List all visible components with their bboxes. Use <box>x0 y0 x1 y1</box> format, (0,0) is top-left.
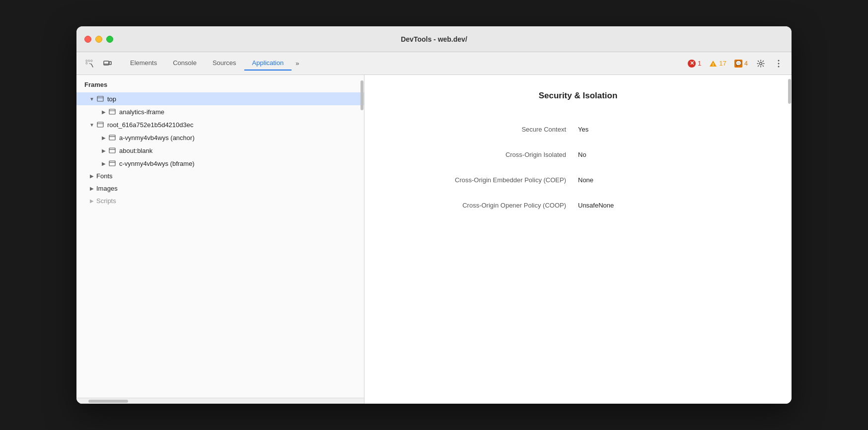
tree-label-top: top <box>107 95 116 103</box>
tab-application[interactable]: Application <box>244 56 292 71</box>
expand-icon-analytics: ▶ <box>100 108 107 115</box>
main-content: Frames ▼ top ▶ <box>76 75 792 404</box>
content-scrollbar-track[interactable] <box>788 75 792 404</box>
tree-label-images: Images <box>96 185 118 192</box>
tree-label-root: root_616a752e1b5d4210d3ec <box>107 121 194 129</box>
sidebar: Frames ▼ top ▶ <box>76 75 364 404</box>
tab-list: Elements Console Sources Application » <box>122 56 684 71</box>
label-cross-origin-isolated: Cross-Origin Isolated <box>384 142 578 167</box>
expand-icon-top: ▼ <box>88 95 95 102</box>
tree-item-about-blank[interactable]: ▶ about:blank <box>76 144 364 157</box>
device-toolbar-button[interactable] <box>100 57 114 71</box>
tab-sources[interactable]: Sources <box>205 56 244 71</box>
tree-label-c-vynmy: c-vynmy4vb4wys (bframe) <box>119 160 195 167</box>
expand-icon-a-vynmy: ▶ <box>100 134 107 141</box>
expand-icon-fonts: ▶ <box>88 173 95 180</box>
frame-icon-c-vynmy <box>108 159 116 167</box>
value-secure-context: Yes <box>578 117 772 142</box>
value-cross-origin-isolated: No <box>578 142 772 167</box>
svg-rect-1 <box>88 60 90 62</box>
error-badge[interactable]: ✕ 1 <box>686 59 703 69</box>
tree-item-images[interactable]: ▶ Images <box>76 182 364 195</box>
close-button[interactable] <box>84 36 91 43</box>
toolbar: Elements Console Sources Application » ✕… <box>76 52 792 75</box>
table-row-cross-origin-isolated: Cross-Origin Isolated No <box>384 142 772 167</box>
value-coop: UnsafeNone <box>578 193 772 218</box>
tree-item-a-vynmy[interactable]: ▶ a-vynmy4vb4wys (anchor) <box>76 131 364 144</box>
vertical-scrollbar-track[interactable] <box>360 75 364 404</box>
svg-point-13 <box>778 63 780 64</box>
settings-button[interactable] <box>754 57 768 71</box>
tree-item-analytics-iframe[interactable]: ▶ analytics-iframe <box>76 105 364 118</box>
svg-rect-6 <box>104 61 109 65</box>
content-scrollbar-thumb[interactable] <box>788 79 791 104</box>
tree-label-a-vynmy: a-vynmy4vb4wys (anchor) <box>119 134 195 142</box>
more-tabs-button[interactable]: » <box>291 57 303 70</box>
tree-item-c-vynmy[interactable]: ▶ c-vynmy4vb4wys (bframe) <box>76 157 364 170</box>
expand-icon-images: ▶ <box>88 185 95 192</box>
info-icon: 💬 <box>735 61 741 66</box>
traffic-lights <box>84 36 113 43</box>
tree-label-fonts: Fonts <box>96 172 113 180</box>
table-row-coop: Cross-Origin Opener Policy (COOP) Unsafe… <box>384 193 772 218</box>
svg-rect-25 <box>109 161 115 166</box>
inspect-element-button[interactable] <box>82 57 96 71</box>
frame-icon-a-vynmy <box>108 134 116 142</box>
label-coep: Cross-Origin Embedder Policy (COEP) <box>384 167 578 193</box>
maximize-button[interactable] <box>106 36 113 43</box>
table-row-coep: Cross-Origin Embedder Policy (COEP) None <box>384 167 772 193</box>
content-panel: Security & Isolation Secure Context Yes … <box>364 75 792 404</box>
svg-point-11 <box>760 62 762 65</box>
toolbar-right: ✕ 1 ! 17 💬 4 <box>686 57 786 71</box>
tree-item-scripts[interactable]: ▶ Scripts <box>76 195 364 207</box>
tab-elements[interactable]: Elements <box>122 56 165 71</box>
toolbar-icons <box>82 57 114 71</box>
info-badge[interactable]: 💬 4 <box>732 59 750 69</box>
warning-count: 17 <box>719 60 726 67</box>
svg-line-5 <box>89 64 91 64</box>
expand-icon-root: ▼ <box>88 121 95 128</box>
label-secure-context: Secure Context <box>384 117 578 142</box>
svg-rect-17 <box>109 109 115 114</box>
tree-item-top[interactable]: ▼ top <box>76 92 364 105</box>
warning-badge[interactable]: ! 17 <box>707 59 728 69</box>
minimize-button[interactable] <box>95 36 102 43</box>
frame-icon-analytics <box>108 108 116 116</box>
vertical-scrollbar-thumb[interactable] <box>361 80 363 110</box>
expand-icon-about: ▶ <box>100 147 107 154</box>
svg-point-14 <box>778 66 780 67</box>
sidebar-header: Frames <box>76 75 364 92</box>
tree-label-scripts: Scripts <box>96 197 116 205</box>
svg-rect-21 <box>109 135 115 140</box>
tab-console[interactable]: Console <box>165 56 205 71</box>
svg-rect-3 <box>86 63 87 64</box>
window-title: DevTools - web.dev/ <box>401 35 467 43</box>
content-title: Security & Isolation <box>384 91 772 101</box>
frame-icon-about <box>108 146 116 154</box>
tree-label-about-blank: about:blank <box>119 147 152 154</box>
titlebar: DevTools - web.dev/ <box>76 26 792 52</box>
label-coop: Cross-Origin Opener Policy (COOP) <box>384 193 578 218</box>
expand-icon-c-vynmy: ▶ <box>100 160 107 167</box>
h-scrollbar-thumb[interactable] <box>88 400 128 403</box>
frame-icon-root <box>96 121 104 129</box>
more-options-button[interactable] <box>772 57 786 71</box>
security-info-table: Secure Context Yes Cross-Origin Isolated… <box>384 117 772 218</box>
error-icon: ✕ <box>690 60 694 67</box>
svg-rect-19 <box>97 122 103 127</box>
svg-rect-15 <box>97 96 103 101</box>
error-count: 1 <box>698 60 701 67</box>
tree-label-analytics: analytics-iframe <box>119 108 164 116</box>
tree-item-fonts[interactable]: ▶ Fonts <box>76 170 364 182</box>
frame-icon-top <box>96 95 104 103</box>
value-coep: None <box>578 167 772 193</box>
svg-rect-7 <box>109 62 111 65</box>
svg-point-12 <box>778 60 780 61</box>
devtools-window: DevTools - web.dev/ <box>76 26 792 404</box>
horizontal-scrollbar[interactable] <box>76 398 364 404</box>
svg-line-4 <box>91 64 93 67</box>
svg-rect-2 <box>91 60 92 62</box>
svg-rect-0 <box>86 60 87 62</box>
tree-item-root[interactable]: ▼ root_616a752e1b5d4210d3ec <box>76 118 364 131</box>
info-count: 4 <box>744 60 748 67</box>
